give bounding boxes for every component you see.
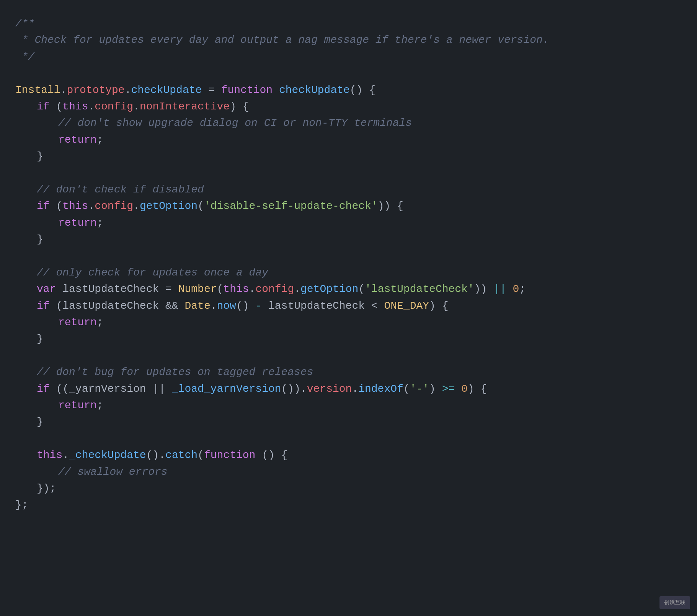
- token-plain: }: [37, 233, 43, 245]
- code-line: }: [15, 148, 682, 165]
- token-comment: // only check for updates once a day: [37, 267, 268, 279]
- token-operator: -: [255, 300, 262, 312]
- token-keyword: this: [62, 200, 88, 212]
- token-plain: ;: [519, 283, 526, 295]
- token-plain: .: [88, 101, 95, 112]
- code-line: // don't bug for updates on tagged relea…: [15, 364, 682, 380]
- token-plain: (: [217, 283, 224, 295]
- token-plain: .: [211, 300, 217, 312]
- code-line: // only check for updates once a day: [15, 264, 682, 281]
- code-line: return;: [15, 132, 682, 148]
- code-line: [15, 165, 682, 181]
- token-plain: ): [429, 383, 442, 395]
- token-plain: ()).: [281, 383, 307, 395]
- token-plain: .: [62, 449, 69, 461]
- token-string: 'disable-self-update-check': [204, 200, 378, 212]
- token-keyword: if: [37, 101, 50, 112]
- token-function-name: checkUpdate: [131, 84, 202, 96]
- code-line: [15, 430, 682, 447]
- code-line: */: [15, 49, 682, 65]
- token-comment: */: [15, 51, 34, 63]
- token-plain: (): [236, 300, 255, 312]
- token-comment: * Check for updates every day and output…: [15, 34, 549, 46]
- token-object: Number: [178, 283, 217, 295]
- code-line: [15, 65, 682, 81]
- token-operator: ||: [493, 283, 506, 295]
- token-comment: // don't check if disabled: [37, 184, 204, 196]
- code-line: if (this.config.getOption('disable-self-…: [15, 198, 682, 214]
- token-plain: };: [15, 499, 28, 511]
- token-number: 0: [513, 283, 519, 295]
- code-line: if (this.config.nonInteractive) {: [15, 98, 682, 115]
- code-line: // don't check if disabled: [15, 181, 682, 198]
- token-method: indexOf: [358, 383, 403, 395]
- token-keyword: this: [62, 101, 88, 112]
- token-method: catch: [165, 449, 198, 461]
- token-comment: // don't bug for updates on tagged relea…: [37, 366, 313, 378]
- token-plain: () {: [350, 84, 375, 96]
- token-plain: ||: [146, 383, 172, 395]
- token-plain: ().: [146, 449, 165, 461]
- code-line: return;: [15, 314, 682, 331]
- token-method: now: [217, 300, 236, 312]
- token-plain: ;: [97, 399, 103, 411]
- token-keyword: return: [58, 399, 97, 411]
- token-plain: .: [294, 283, 300, 295]
- token-plain: =: [159, 283, 178, 295]
- token-keyword: if: [37, 300, 50, 312]
- token-plain: ) {: [230, 101, 249, 112]
- token-property: nonInteractive: [140, 101, 230, 112]
- token-plain: .: [249, 283, 256, 295]
- token-string: '-': [410, 383, 429, 395]
- token-plain: [273, 84, 279, 96]
- token-property: config: [95, 200, 133, 212]
- token-keyword: var: [37, 283, 56, 295]
- token-keyword: if: [37, 383, 50, 395]
- token-method: getOption: [300, 283, 358, 295]
- token-plain: [455, 383, 461, 395]
- code-line: [15, 347, 682, 364]
- token-comment: // don't show upgrade dialog on CI or no…: [58, 117, 412, 129]
- token-plain: .: [125, 84, 131, 96]
- token-plain: _yarnVersion: [69, 383, 146, 395]
- code-line: }: [15, 414, 682, 430]
- token-number: 0: [461, 383, 468, 395]
- token-plain: .: [88, 200, 95, 212]
- code-line: if (lastUpdateCheck && Date.now() - last…: [15, 298, 682, 314]
- token-plain: (: [50, 101, 63, 112]
- token-plain: lastUpdateCheck: [62, 300, 159, 312]
- token-comment: /**: [15, 18, 34, 29]
- token-function-name: checkUpdate: [279, 84, 350, 96]
- code-line: // swallow errors: [15, 464, 682, 480]
- token-object: Date: [184, 300, 210, 312]
- token-plain: });: [37, 482, 56, 494]
- token-plain: (: [50, 300, 63, 312]
- code-line: /**: [15, 15, 682, 32]
- token-plain: <: [365, 300, 384, 312]
- code-line: var lastUpdateCheck = Number(this.config…: [15, 281, 682, 297]
- token-keyword: this: [37, 449, 62, 461]
- code-editor: /** * Check for updates every day and ou…: [0, 0, 697, 616]
- token-comment: // swallow errors: [58, 466, 168, 478]
- token-plain: (: [403, 383, 410, 395]
- token-plain: (: [198, 200, 204, 212]
- token-plain: .: [133, 101, 140, 112]
- token-plain: (: [198, 449, 204, 461]
- token-plain: }: [37, 416, 43, 428]
- token-keyword: if: [37, 200, 50, 212]
- token-object: ONE_DAY: [384, 300, 429, 312]
- token-property: config: [255, 283, 294, 295]
- token-plain: .: [352, 383, 358, 395]
- token-plain: [56, 283, 62, 295]
- token-plain: lastUpdateCheck: [62, 283, 159, 295]
- token-plain: ;: [97, 316, 103, 328]
- token-plain: ) {: [468, 383, 487, 395]
- token-plain: () {: [255, 449, 287, 461]
- token-property: prototype: [67, 84, 124, 96]
- token-plain: (: [50, 200, 63, 212]
- token-object: Install: [15, 84, 60, 96]
- code-line: return;: [15, 215, 682, 231]
- token-plain: (: [358, 283, 365, 295]
- code-line: if ((_yarnVersion || _load_yarnVersion()…: [15, 381, 682, 397]
- code-line: // don't show upgrade dialog on CI or no…: [15, 115, 682, 131]
